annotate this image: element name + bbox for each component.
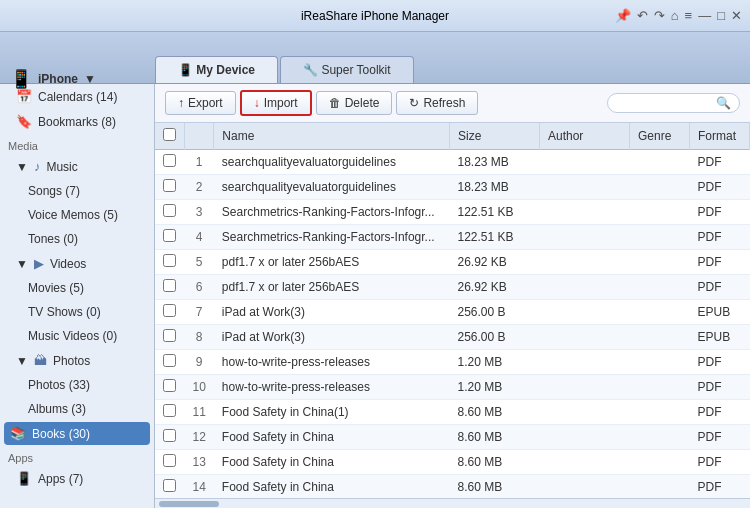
sidebar-item-movies[interactable]: Movies (5) xyxy=(0,276,154,300)
sidebar-item-apps[interactable]: 📱 Apps (7) xyxy=(0,466,154,491)
row-checkbox-cell[interactable] xyxy=(155,175,185,200)
sidebar-item-videos[interactable]: ▼ ▶ Videos xyxy=(0,251,154,276)
tab-my-device-icon: 📱 xyxy=(178,63,196,77)
row-name: Food Safety in China xyxy=(214,425,450,450)
maximize-button[interactable]: □ xyxy=(717,8,725,23)
sidebar-item-tv-shows[interactable]: TV Shows (0) xyxy=(0,300,154,324)
col-format[interactable]: Format xyxy=(690,123,750,150)
row-checkbox[interactable] xyxy=(163,479,176,492)
table-row[interactable]: 7 iPad at Work(3) 256.00 B EPUB xyxy=(155,300,750,325)
search-box[interactable]: 🔍 xyxy=(607,93,740,113)
sidebar-item-tones[interactable]: Tones (0) xyxy=(0,227,154,251)
col-genre[interactable]: Genre xyxy=(630,123,690,150)
row-checkbox[interactable] xyxy=(163,229,176,242)
row-checkbox-cell[interactable] xyxy=(155,275,185,300)
row-format: PDF xyxy=(690,375,750,400)
row-size: 18.23 MB xyxy=(450,150,540,175)
row-name: iPad at Work(3) xyxy=(214,300,450,325)
row-name: how-to-write-press-releases xyxy=(214,350,450,375)
row-checkbox-cell[interactable] xyxy=(155,250,185,275)
row-checkbox-cell[interactable] xyxy=(155,150,185,175)
forward-icon[interactable]: ↷ xyxy=(654,8,665,23)
row-checkbox[interactable] xyxy=(163,404,176,417)
search-input[interactable] xyxy=(616,96,716,110)
back-icon[interactable]: ↶ xyxy=(637,8,648,23)
row-checkbox[interactable] xyxy=(163,304,176,317)
table-row[interactable]: 10 how-to-write-press-releases 1.20 MB P… xyxy=(155,375,750,400)
sidebar-item-photos-sub[interactable]: Photos (33) xyxy=(0,373,154,397)
table-row[interactable]: 2 searchqualityevaluatorguidelines 18.23… xyxy=(155,175,750,200)
export-button[interactable]: ↑ Export xyxy=(165,91,236,115)
main-layout: 📅 Calendars (14) 🔖 Bookmarks (8) Media ▼… xyxy=(0,84,750,508)
row-checkbox[interactable] xyxy=(163,154,176,167)
sidebar-item-music-videos[interactable]: Music Videos (0) xyxy=(0,324,154,348)
close-button[interactable]: ✕ xyxy=(731,8,742,23)
table-row[interactable]: 4 Searchmetrics-Ranking-Factors-Infogr..… xyxy=(155,225,750,250)
table-row[interactable]: 3 Searchmetrics-Ranking-Factors-Infogr..… xyxy=(155,200,750,225)
row-checkbox[interactable] xyxy=(163,204,176,217)
row-genre xyxy=(630,175,690,200)
delete-button[interactable]: 🗑 Delete xyxy=(316,91,393,115)
sidebar-item-songs[interactable]: Songs (7) xyxy=(0,179,154,203)
col-author[interactable]: Author xyxy=(540,123,630,150)
row-author xyxy=(540,350,630,375)
sidebar-item-music[interactable]: ▼ ♪ Music xyxy=(0,154,154,179)
sidebar-item-bookmarks[interactable]: 🔖 Bookmarks (8) xyxy=(0,109,154,134)
refresh-button[interactable]: ↻ Refresh xyxy=(396,91,478,115)
tab-super-toolkit[interactable]: 🔧 Super Toolkit xyxy=(280,56,414,83)
row-checkbox[interactable] xyxy=(163,179,176,192)
dropdown-arrow-icon[interactable]: ▼ xyxy=(84,72,96,86)
row-checkbox[interactable] xyxy=(163,379,176,392)
horizontal-scrollbar[interactable] xyxy=(155,498,750,508)
row-author xyxy=(540,300,630,325)
row-checkbox-cell[interactable] xyxy=(155,450,185,475)
col-size[interactable]: Size xyxy=(450,123,540,150)
col-name[interactable]: Name xyxy=(214,123,450,150)
sidebar-item-albums[interactable]: Albums (3) xyxy=(0,397,154,421)
table-row[interactable]: 14 Food Safety in China 8.60 MB PDF xyxy=(155,475,750,499)
row-checkbox-cell[interactable] xyxy=(155,350,185,375)
content-area: ↑ Export ↓ Import 🗑 Delete ↻ Refresh 🔍 xyxy=(155,84,750,508)
row-checkbox-cell[interactable] xyxy=(155,200,185,225)
media-section-label: Media xyxy=(0,134,154,154)
sidebar-item-voice-memos[interactable]: Voice Memos (5) xyxy=(0,203,154,227)
table-row[interactable]: 11 Food Safety in China(1) 8.60 MB PDF xyxy=(155,400,750,425)
row-checkbox-cell[interactable] xyxy=(155,225,185,250)
table-row[interactable]: 13 Food Safety in China 8.60 MB PDF xyxy=(155,450,750,475)
row-size: 8.60 MB xyxy=(450,400,540,425)
row-checkbox-cell[interactable] xyxy=(155,300,185,325)
row-checkbox-cell[interactable] xyxy=(155,375,185,400)
row-author xyxy=(540,325,630,350)
export-icon: ↑ xyxy=(178,96,184,110)
minimize-button[interactable]: — xyxy=(698,8,711,23)
row-checkbox-cell[interactable] xyxy=(155,475,185,499)
import-button[interactable]: ↓ Import xyxy=(240,90,312,116)
row-checkbox[interactable] xyxy=(163,454,176,467)
row-checkbox-cell[interactable] xyxy=(155,425,185,450)
nav-tabs-bar: 📱 iPhone ▼ 📱 My Device 🔧 Super Toolkit xyxy=(0,32,750,84)
table-row[interactable]: 9 how-to-write-press-releases 1.20 MB PD… xyxy=(155,350,750,375)
row-checkbox[interactable] xyxy=(163,254,176,267)
pin-icon[interactable]: 📌 xyxy=(615,8,631,23)
table-row[interactable]: 8 iPad at Work(3) 256.00 B EPUB xyxy=(155,325,750,350)
row-genre xyxy=(630,475,690,499)
menu-icon[interactable]: ≡ xyxy=(685,8,693,23)
select-all-checkbox[interactable] xyxy=(163,128,176,141)
row-checkbox-cell[interactable] xyxy=(155,325,185,350)
h-scroll-thumb[interactable] xyxy=(159,501,219,507)
table-row[interactable]: 1 searchqualityevaluatorguidelines 18.23… xyxy=(155,150,750,175)
row-checkbox[interactable] xyxy=(163,279,176,292)
row-checkbox[interactable] xyxy=(163,429,176,442)
tab-my-device[interactable]: 📱 My Device xyxy=(155,56,278,83)
home-icon[interactable]: ⌂ xyxy=(671,8,679,23)
sidebar-item-books[interactable]: 📚 Books (30) xyxy=(4,422,150,445)
table-row[interactable]: 12 Food Safety in China 8.60 MB PDF xyxy=(155,425,750,450)
table-row[interactable]: 6 pdf1.7 x or later 256bAES 26.92 KB PDF xyxy=(155,275,750,300)
table-row[interactable]: 5 pdf1.7 x or later 256bAES 26.92 KB PDF xyxy=(155,250,750,275)
row-checkbox-cell[interactable] xyxy=(155,400,185,425)
sidebar-item-photos[interactable]: ▼ 🏔 Photos xyxy=(0,348,154,373)
row-checkbox[interactable] xyxy=(163,329,176,342)
row-name: Food Safety in China(1) xyxy=(214,400,450,425)
sidebar: 📅 Calendars (14) 🔖 Bookmarks (8) Media ▼… xyxy=(0,84,155,508)
row-checkbox[interactable] xyxy=(163,354,176,367)
